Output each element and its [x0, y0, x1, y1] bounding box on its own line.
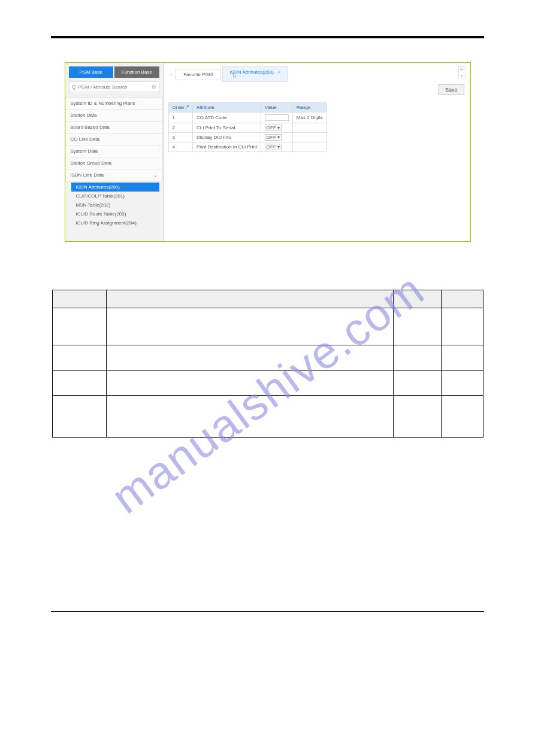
- table-row: 3 Display DID Info OFF ▾: [168, 133, 327, 142]
- cell: [441, 308, 483, 345]
- sidebar-item-label: System Data: [71, 148, 98, 154]
- close-icon[interactable]: ×: [277, 69, 280, 75]
- value-select[interactable]: OFF ▾: [265, 134, 282, 141]
- doc-col-1: [52, 290, 106, 308]
- sidebar-item-label: CO Line Data: [71, 136, 99, 142]
- cell-range: Max 2 Digits: [292, 113, 327, 123]
- search-icon: Q: [72, 84, 76, 90]
- side-panel: PGM Base Function Base Q ✿ System ID & N…: [65, 63, 164, 241]
- cell: [52, 308, 106, 345]
- header-rule: [51, 36, 484, 38]
- sidebar-item-label: Board Based Data: [71, 125, 110, 130]
- chevron-down-icon: ⌄: [153, 172, 158, 178]
- sidebar-sub-iclid-route[interactable]: ICLID Route Table(203): [65, 210, 163, 218]
- sidebar-item-system-id[interactable]: System ID & Numbering Plans: [65, 97, 163, 110]
- cell-attr: CLI Print To Serial: [192, 123, 261, 133]
- cell: [441, 345, 483, 371]
- cell-order: 3: [168, 133, 192, 142]
- sidebar-sub-clip-colp[interactable]: CLIP/COLP Table(201): [65, 192, 163, 201]
- cell-attr: CO ATD Code: [192, 113, 261, 123]
- cell-attr: Print Destination In CLI Print: [192, 142, 261, 152]
- sidebar-item-board-based[interactable]: Board Based Data: [65, 122, 163, 133]
- sidebar-sub-msn-table[interactable]: MSN Table(202): [65, 201, 163, 210]
- table-row: 2 CLI Print To Serial OFF ▾: [168, 123, 327, 133]
- cell-value: OFF ▾: [261, 142, 292, 152]
- cell-range: [292, 133, 327, 142]
- cell-value: [261, 113, 292, 123]
- value-select[interactable]: OFF ▾: [265, 125, 282, 131]
- tab-overflow[interactable]: ×⌄: [458, 66, 466, 78]
- cell: [106, 308, 393, 345]
- tab-label: ISDN Attributes(200): [230, 69, 274, 75]
- save-button[interactable]: Save: [439, 84, 464, 95]
- cell: [393, 396, 441, 438]
- attributes-table: Order↓ª Attribute Value Range 1 CO ATD C…: [168, 102, 327, 152]
- chevron-left-icon[interactable]: ‹: [168, 72, 175, 77]
- cell: [106, 371, 393, 396]
- sidebar-item-isdn-line[interactable]: ISDN Line Data⌄: [65, 169, 163, 181]
- tab-pgm-base[interactable]: PGM Base: [69, 66, 114, 78]
- cell-order: 1: [168, 113, 192, 123]
- col-value: Value: [261, 103, 292, 113]
- cell: [441, 396, 483, 438]
- sidebar-sub-iclid-ring[interactable]: ICLID Ring Assignment(204): [65, 218, 163, 227]
- cell: [106, 396, 393, 438]
- cell: [393, 345, 441, 371]
- table-row: 4 Print Destination In CLI Print OFF ▾: [168, 142, 327, 152]
- col-order[interactable]: Order↓ª: [168, 103, 192, 113]
- cell: [52, 371, 106, 396]
- footer-rule: [51, 611, 484, 612]
- sidebar-item-label: Station Group Data: [71, 160, 111, 166]
- table-row: [52, 345, 483, 371]
- sidebar-item-system-data[interactable]: System Data: [65, 145, 163, 157]
- cell-range: [292, 123, 327, 133]
- value-input[interactable]: [265, 114, 289, 121]
- sidebar-item-co-line[interactable]: CO Line Data: [65, 133, 163, 145]
- sidebar-item-label: System ID & Numbering Plans: [71, 101, 135, 106]
- table-row: [52, 308, 483, 345]
- table-row: 1 CO ATD Code Max 2 Digits: [168, 113, 327, 123]
- doc-col-2: [106, 290, 393, 308]
- document-table: [52, 290, 483, 438]
- tab-isdn-attributes[interactable]: ISDN Attributes(200) × ↻: [222, 66, 288, 82]
- select-value: OFF: [267, 125, 276, 130]
- search-input[interactable]: [78, 84, 152, 90]
- cell-range: [292, 142, 327, 152]
- cell: [393, 308, 441, 345]
- col-range: Range: [292, 103, 327, 113]
- screenshot-panel: PGM Base Function Base Q ✿ System ID & N…: [65, 62, 471, 242]
- tab-label: Favorite PGM: [183, 72, 213, 77]
- cell: [106, 345, 393, 371]
- cell: [52, 396, 106, 438]
- cell-order: 4: [168, 142, 192, 152]
- sidebar-item-label: Station Data: [71, 113, 97, 118]
- table-row: [52, 396, 483, 438]
- tab-function-base[interactable]: Function Base: [114, 66, 159, 78]
- cell: [393, 371, 441, 396]
- select-value: OFF: [267, 135, 276, 140]
- cell-attr: Display DID Info: [192, 133, 261, 142]
- cell: [52, 345, 106, 371]
- value-select[interactable]: OFF ▾: [265, 144, 282, 150]
- cell-value: OFF ▾: [261, 133, 292, 142]
- cell-order: 2: [168, 123, 192, 133]
- doc-col-3: [393, 290, 441, 308]
- col-attribute: Attribute: [192, 103, 261, 113]
- sidebar-sub-isdn-attributes[interactable]: ISDN Attributes(200): [71, 183, 159, 192]
- sidebar-item-station-data[interactable]: Station Data: [65, 110, 163, 122]
- gear-icon[interactable]: ✿: [152, 84, 156, 90]
- select-value: OFF: [267, 144, 276, 150]
- main-panel: ‹ Favorite PGM ISDN Attributes(200) × ↻ …: [164, 63, 470, 241]
- table-row: [52, 371, 483, 396]
- doc-col-4: [441, 290, 483, 308]
- sidebar-item-station-group[interactable]: Station Group Data: [65, 157, 163, 169]
- sidebar-item-label: ISDN Line Data: [71, 172, 104, 178]
- cell: [441, 371, 483, 396]
- tab-favorite-pgm[interactable]: Favorite PGM: [176, 69, 220, 80]
- search-row: Q ✿: [69, 81, 159, 92]
- cell-value: OFF ▾: [261, 123, 292, 133]
